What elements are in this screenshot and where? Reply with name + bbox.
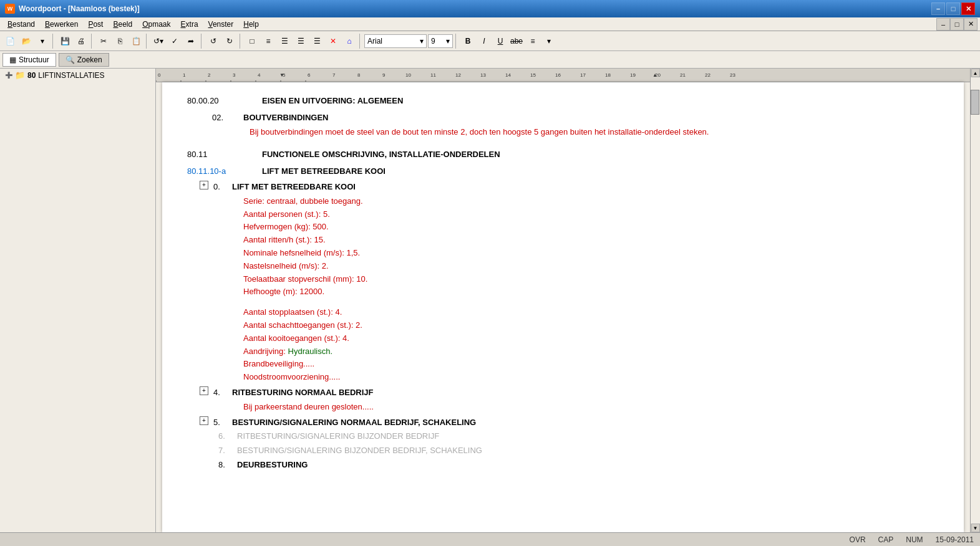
save-button[interactable]: 💾 bbox=[57, 34, 72, 49]
doc-row-0: + 0. LIFT MET BETREEDBARE KOOI bbox=[200, 181, 939, 194]
inner-close-button[interactable]: ✕ bbox=[964, 18, 978, 31]
window-controls: – □ ✕ bbox=[931, 2, 975, 15]
svg-text:7: 7 bbox=[332, 72, 336, 78]
doc-row-8: 8. DEURBESTURING bbox=[218, 459, 939, 472]
toolbar: 📄 📂 ▾ 💾 🖨 ✂ ⎘ 📋 ↺▾ ✓ ➦ ↺ ↻ □ ≡ ☰ ☰ ☰ ✕ ⌂… bbox=[0, 31, 980, 51]
app-icon: W bbox=[5, 4, 15, 14]
view5-button[interactable]: ☰ bbox=[309, 34, 324, 49]
menu-post[interactable]: Post bbox=[83, 19, 108, 30]
separator-4 bbox=[201, 34, 203, 49]
open-dropdown[interactable]: ▾ bbox=[35, 34, 50, 49]
doc-row-bout-desc: Bij boutverbindingen moet de steel van d… bbox=[250, 126, 939, 139]
cut-button[interactable]: ✂ bbox=[96, 34, 111, 49]
menu-help[interactable]: Help bbox=[238, 19, 264, 30]
menu-opmaak[interactable]: Opmaak bbox=[137, 19, 175, 30]
svg-text:15: 15 bbox=[530, 72, 536, 78]
strikethrough-button[interactable]: abe bbox=[509, 34, 524, 49]
tab-zoeken-label: Zoeken bbox=[77, 55, 102, 64]
ruler-svg: 0 1 2 3 4 ▼ 5 6 7 8 9 10 11 12 13 14 15 bbox=[156, 69, 970, 82]
menu-extra[interactable]: Extra bbox=[176, 19, 203, 30]
document-content[interactable]: 80.00.20 EISEN EN UITVOERING: ALGEMEEN 0… bbox=[162, 82, 964, 532]
ruler: 0 1 2 3 4 ▼ 5 6 7 8 9 10 11 12 13 14 15 bbox=[156, 69, 970, 82]
print-button[interactable]: 🖨 bbox=[74, 34, 89, 49]
svg-text:13: 13 bbox=[480, 72, 486, 78]
item-text-5: BESTURING/SIGNALERING NORMAAL BEDRIJF, S… bbox=[232, 416, 476, 429]
restore-button[interactable]: □ bbox=[946, 2, 960, 15]
view2-button[interactable]: ≡ bbox=[261, 34, 276, 49]
svg-text:5: 5 bbox=[283, 72, 286, 78]
undo-button[interactable]: ↺ bbox=[206, 34, 221, 49]
open-button[interactable]: 📂 bbox=[19, 34, 34, 49]
scroll-down-button[interactable]: ▼ bbox=[971, 524, 980, 532]
svg-text:21: 21 bbox=[680, 72, 686, 78]
svg-text:1: 1 bbox=[183, 72, 186, 78]
inner-restore-button[interactable]: □ bbox=[950, 18, 964, 31]
folder-icon: 📁 bbox=[15, 70, 25, 80]
font-name-dropdown[interactable]: Arial ▾ bbox=[364, 34, 427, 48]
hefsnelheid-item: Nominale hefsnelheid (m/s): 1,5. bbox=[243, 247, 939, 260]
svg-text:3: 3 bbox=[233, 72, 236, 78]
inner-minimize-button[interactable]: – bbox=[936, 18, 950, 31]
titlebar-left: W Woordpoort - [Naamloos (bestek)] bbox=[5, 4, 140, 14]
stopplaatsen-item: Aantal stopplaatsen (st.): 4. bbox=[243, 306, 939, 319]
svg-text:10: 10 bbox=[405, 72, 411, 78]
view3-button[interactable]: ☰ bbox=[277, 34, 292, 49]
aandrijving-item: Aandrijving: Hydraulisch. bbox=[243, 345, 939, 358]
list-dropdown[interactable]: ▾ bbox=[541, 34, 556, 49]
window-title: Woordpoort - [Naamloos (bestek)] bbox=[19, 4, 140, 13]
font-size-dropdown[interactable]: 9 ▾ bbox=[428, 34, 453, 48]
expand-0-button[interactable]: + bbox=[200, 181, 208, 189]
hefhoogte-item: Hefhoogte (m): 12000. bbox=[243, 285, 939, 299]
scroll-up-button[interactable]: ▲ bbox=[971, 69, 980, 77]
view4-button[interactable]: ☰ bbox=[293, 34, 308, 49]
menu-bestand[interactable]: Bestand bbox=[2, 19, 40, 30]
home-button[interactable]: ⌂ bbox=[342, 34, 357, 49]
expand-5-button[interactable]: + bbox=[200, 416, 208, 425]
section-num-8000: 80.00.20 bbox=[187, 95, 250, 108]
status-cap: CAP bbox=[878, 535, 894, 544]
svg-text:23: 23 bbox=[730, 72, 735, 78]
doc-row-811a: 80.11.10-a LIFT MET BETREEDBARE KOOI bbox=[187, 165, 939, 178]
paste-button[interactable]: 📋 bbox=[129, 34, 143, 49]
svg-text:8: 8 bbox=[357, 72, 361, 78]
check-button[interactable]: ✓ bbox=[167, 34, 182, 49]
section-text-8011: FUNCTIONELE OMSCHRIJVING, INSTALLATIE-ON… bbox=[262, 148, 500, 161]
sidebar-item-liftinstallaties[interactable]: ➕ 📁 80 LIFTINSTALLATIES bbox=[0, 69, 155, 82]
view1-button[interactable]: □ bbox=[245, 34, 260, 49]
underline-button[interactable]: U bbox=[493, 34, 508, 49]
separator-1 bbox=[52, 34, 55, 49]
minimize-button[interactable]: – bbox=[931, 2, 945, 15]
ritbesturing-details: Bij parkeerstand deuren gesloten..... bbox=[243, 401, 939, 414]
menu-beeld[interactable]: Beeld bbox=[108, 19, 137, 30]
expand-4-button[interactable]: + bbox=[200, 386, 208, 395]
item-num-5: 5. bbox=[213, 416, 230, 429]
item-text-0: LIFT MET BETREEDBARE KOOI bbox=[232, 181, 356, 194]
section-text-8000: EISEN EN UITVOERING: ALGEMEEN bbox=[262, 95, 403, 108]
new-button[interactable]: 📄 bbox=[2, 34, 17, 49]
personen-item: Aantal personen (st.): 5. bbox=[243, 208, 939, 221]
font-size-value: 9 bbox=[431, 37, 435, 46]
menu-bewerken[interactable]: Bewerken bbox=[40, 19, 83, 30]
tab-structuur[interactable]: ▦ Structuur bbox=[2, 53, 56, 67]
copy-button[interactable]: ⎘ bbox=[112, 34, 127, 49]
scroll-thumb[interactable] bbox=[971, 90, 979, 115]
scroll-track[interactable] bbox=[971, 77, 980, 524]
delete-button[interactable]: ✕ bbox=[326, 34, 341, 49]
tab-zoeken[interactable]: 🔍 Zoeken bbox=[59, 53, 109, 67]
undo-dropdown[interactable]: ↺▾ bbox=[151, 34, 166, 49]
item-num-6: 6. bbox=[218, 430, 235, 443]
item-text-8: DEURBESTURING bbox=[237, 459, 308, 472]
redo-button[interactable]: ↻ bbox=[222, 34, 237, 49]
separator-6 bbox=[359, 34, 362, 49]
scrollbar[interactable]: ▲ ▼ bbox=[970, 69, 980, 532]
item-num-8: 8. bbox=[218, 459, 235, 472]
menu-venster[interactable]: Venster bbox=[203, 19, 239, 30]
close-button[interactable]: ✕ bbox=[961, 2, 975, 15]
italic-button[interactable]: I bbox=[477, 34, 492, 49]
refresh-button[interactable]: ➦ bbox=[183, 34, 198, 49]
bold-button[interactable]: B bbox=[460, 34, 475, 49]
list-button[interactable]: ≡ bbox=[525, 34, 540, 49]
main-area: ➕ 📁 80 LIFTINSTALLATIES 0 1 2 3 4 ▼ 5 bbox=[0, 69, 980, 532]
sidebar-label: LIFTINSTALLATIES bbox=[38, 71, 104, 80]
doc-row-8011: 80.11 FUNCTIONELE OMSCHRIJVING, INSTALLA… bbox=[187, 148, 939, 161]
